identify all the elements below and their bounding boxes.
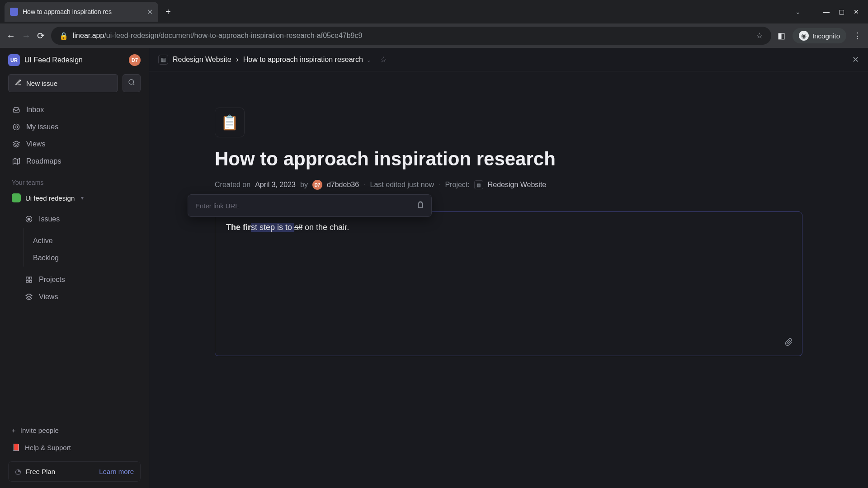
team-header[interactable]: Ui feed redesign ▾ <box>8 190 141 206</box>
sidebar-item-roadmaps[interactable]: Roadmaps <box>8 153 141 170</box>
bookmark-icon[interactable]: ☆ <box>756 31 763 41</box>
sidebar-item-label: Backlog <box>33 254 59 262</box>
svg-marker-4 <box>13 158 20 164</box>
close-window-button[interactable]: ✕ <box>854 8 859 15</box>
document-editor[interactable]: The first step is to sit on the chair. <box>215 211 802 356</box>
sidebar-item-active[interactable]: Active <box>24 232 141 249</box>
separator: · <box>439 181 440 189</box>
address-bar[interactable]: 🔒 linear.app/ui-feed-redesign/document/h… <box>51 27 771 45</box>
search-button[interactable] <box>123 74 141 92</box>
minimize-button[interactable]: — <box>823 8 830 15</box>
main-content: ▦ Redesign Website › How to approach ins… <box>149 48 868 488</box>
svg-rect-10 <box>29 277 32 279</box>
created-label: Created on <box>215 181 250 189</box>
sidebar-item-label: Inbox <box>26 106 44 114</box>
browser-menu-icon[interactable]: ⋮ <box>854 31 862 41</box>
breadcrumb[interactable]: Redesign Website › How to approach inspi… <box>173 56 371 64</box>
browser-tab-strip: How to approach inspiration res ✕ + ⌄ — … <box>0 0 868 23</box>
author-avatar: D7 <box>312 180 322 190</box>
created-date: April 3, 2023 <box>255 181 296 189</box>
chevron-down-icon[interactable]: ⌄ <box>367 57 371 63</box>
favicon <box>10 8 18 16</box>
project-label: Project: <box>445 181 469 189</box>
favorite-button[interactable]: ☆ <box>380 55 387 65</box>
window-controls: ⌄ — ▢ ✕ <box>795 8 868 15</box>
link-url-popup <box>188 194 432 217</box>
sidebar-item-backlog[interactable]: Backlog <box>24 249 141 267</box>
back-button[interactable]: ← <box>6 31 15 41</box>
team-icon <box>12 193 21 202</box>
incognito-badge[interactable]: ◉ Incognito <box>793 28 846 43</box>
learn-more-link[interactable]: Learn more <box>99 468 134 475</box>
clipboard-icon: 📋 <box>221 114 239 131</box>
invite-label: Invite people <box>20 427 59 434</box>
new-tab-button[interactable]: + <box>165 7 171 17</box>
sidebar-item-my-issues[interactable]: My issues <box>8 118 141 136</box>
svg-marker-3 <box>13 141 19 144</box>
help-label: Help & Support <box>25 444 71 451</box>
chevron-down-icon: ▾ <box>81 195 84 201</box>
separator: · <box>363 181 365 189</box>
sidebar-item-label: Active <box>33 237 53 245</box>
document-header: ▦ Redesign Website › How to approach ins… <box>149 48 868 71</box>
forward-button[interactable]: → <box>22 31 31 41</box>
sidebar: UR UI Feed Redesign D7 New issue <box>0 48 149 488</box>
lock-icon: 🔒 <box>59 32 68 40</box>
svg-point-0 <box>129 80 134 84</box>
new-issue-label: New issue <box>26 80 57 87</box>
workspace-badge: UR <box>8 54 20 66</box>
user-avatar[interactable]: D7 <box>129 54 141 66</box>
delete-link-button[interactable] <box>417 201 424 210</box>
book-icon: 📕 <box>12 443 20 451</box>
browser-tab[interactable]: How to approach inspiration res ✕ <box>5 2 158 22</box>
project-icon: ▦ <box>474 180 483 189</box>
sidebar-item-inbox[interactable]: Inbox <box>8 101 141 118</box>
project-icon[interactable]: ▦ <box>158 55 168 65</box>
maximize-button[interactable]: ▢ <box>839 8 844 15</box>
author-name[interactable]: d7bdeb36 <box>327 181 359 189</box>
editor-paragraph[interactable]: The first step is to sit on the chair. <box>226 221 791 234</box>
inbox-icon <box>12 106 21 113</box>
side-panel-icon[interactable]: ◧ <box>778 31 785 41</box>
link-url-input[interactable] <box>195 202 417 210</box>
help-support-button[interactable]: 📕 Help & Support <box>8 439 141 456</box>
workspace-switcher[interactable]: UR UI Feed Redesign D7 <box>8 54 141 66</box>
team-name: Ui feed redesign <box>25 194 75 202</box>
last-edited: Last edited just now <box>370 181 434 189</box>
tab-title: How to approach inspiration res <box>23 8 142 15</box>
sidebar-item-label: Issues <box>39 215 60 223</box>
teams-section-label: Your teams <box>12 179 141 186</box>
invite-people-button[interactable]: + Invite people <box>8 422 141 439</box>
svg-point-2 <box>15 126 17 128</box>
sidebar-item-projects[interactable]: Projects <box>21 271 141 288</box>
sidebar-item-team-views[interactable]: Views <box>21 288 141 305</box>
new-issue-button[interactable]: New issue <box>8 74 118 92</box>
attachment-button[interactable] <box>785 338 793 348</box>
layers-icon <box>12 141 21 148</box>
sidebar-item-issues[interactable]: Issues <box>21 211 141 228</box>
svg-point-8 <box>28 218 30 220</box>
url-host: linear.app/ui-feed-redesign/document/how… <box>73 32 362 40</box>
reload-button[interactable]: ⟳ <box>37 30 45 41</box>
incognito-label: Incognito <box>812 32 840 40</box>
sidebar-item-views[interactable]: Views <box>8 136 141 153</box>
workspace-name: UI Feed Redesign <box>24 56 124 64</box>
document-title[interactable]: How to approach inspiration research <box>215 148 802 170</box>
svg-rect-9 <box>26 277 28 279</box>
svg-marker-13 <box>26 294 32 297</box>
close-doc-button[interactable]: ✕ <box>852 55 859 65</box>
svg-rect-11 <box>29 280 32 282</box>
document-emoji-picker[interactable]: 📋 <box>215 108 245 137</box>
target-icon <box>12 123 21 131</box>
browser-toolbar: ← → ⟳ 🔒 linear.app/ui-feed-redesign/docu… <box>0 23 868 48</box>
map-icon <box>12 158 21 165</box>
project-link[interactable]: Redesign Website <box>488 181 547 189</box>
layers-icon <box>24 293 33 300</box>
grid-icon <box>24 276 33 283</box>
sidebar-item-label: Roadmaps <box>26 157 61 165</box>
plan-box: ◔ Free Plan Learn more <box>8 461 141 482</box>
close-tab-icon[interactable]: ✕ <box>147 8 153 16</box>
edit-icon <box>15 79 22 87</box>
tab-search-icon[interactable]: ⌄ <box>795 8 801 15</box>
plan-name: Free Plan <box>26 468 94 475</box>
